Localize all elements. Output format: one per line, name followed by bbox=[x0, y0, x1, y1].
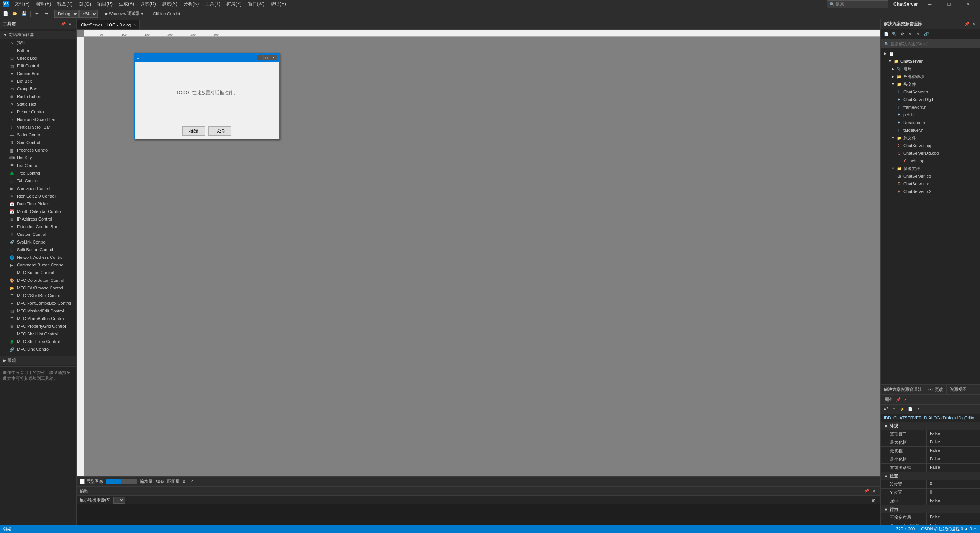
solution-toolbar-btn1[interactable]: 📄 bbox=[882, 30, 890, 38]
toolbox-item-edit[interactable]: ▤ Edit Control bbox=[0, 62, 76, 70]
toolbox-item-progress[interactable]: ▓ Progress Control bbox=[0, 146, 76, 154]
toolbox-item-custom[interactable]: ⚙ Custom Control bbox=[0, 231, 76, 238]
toolbox-item-mfcbtn[interactable]: □ MFC Button Control bbox=[0, 269, 76, 276]
menu-test[interactable]: 测试(S) bbox=[159, 0, 180, 8]
menu-git[interactable]: Git(G) bbox=[75, 1, 94, 8]
toolbox-item-mfceditbrowse[interactable]: 📂 MFC EditBrowse Control bbox=[0, 284, 76, 292]
toolbar-redo-btn[interactable]: ↪ bbox=[42, 10, 50, 18]
editor-tab-dialog[interactable]: ChatServer....LOG - Dialog × bbox=[77, 20, 140, 29]
solution-toolbar-btn5[interactable]: ✎ bbox=[914, 30, 922, 38]
prop-value[interactable]: False bbox=[927, 464, 980, 472]
menu-analyze[interactable]: 分析(N) bbox=[180, 0, 202, 8]
platform-dropdown[interactable]: x64 bbox=[79, 10, 98, 18]
project-root[interactable]: ▼ 📁 ChatServer bbox=[881, 57, 980, 65]
output-clear-btn[interactable]: 🗑 bbox=[869, 496, 877, 504]
prop-value[interactable]: 0 bbox=[927, 480, 980, 488]
window-close-btn[interactable]: × bbox=[959, 0, 977, 8]
toolbox-item-richedit[interactable]: ✎ Rich Edit 2.0 Control bbox=[0, 192, 76, 200]
dialog-maximize-btn[interactable]: □ bbox=[264, 55, 270, 60]
toolbox-item-mfcmenubtn[interactable]: ☰ MFC MenuButton Control bbox=[0, 315, 76, 322]
props-browse-btn[interactable]: ↗ bbox=[914, 405, 922, 413]
dialog-preview[interactable]: # ─ □ × TODO: 在此放置对话框控件。 确定 取消 bbox=[134, 53, 280, 139]
toolbox-item-mfccolor[interactable]: 🎨 MFC ColorButton Control bbox=[0, 276, 76, 284]
solution-search-input[interactable] bbox=[890, 41, 977, 46]
toolbar-run-btn[interactable]: ▶ Windows 调试器 ▾ bbox=[102, 10, 146, 18]
props-section-appearance-header[interactable]: ▼ 外观 bbox=[881, 422, 980, 430]
dialog-minimize-btn[interactable]: ─ bbox=[257, 55, 263, 60]
props-section-position-header[interactable]: ▼ 位置 bbox=[881, 472, 980, 480]
toolbox-item-button[interactable]: □ Button bbox=[0, 47, 76, 54]
solution-close-btn[interactable]: × bbox=[971, 21, 977, 27]
props-section-behavior-header[interactable]: ▼ 行为 bbox=[881, 505, 980, 513]
prop-value[interactable]: False bbox=[927, 447, 980, 455]
toolbox-item-hotkey[interactable]: ⌨ Hot Key bbox=[0, 154, 76, 162]
prop-value[interactable]: False bbox=[927, 513, 980, 522]
menu-help[interactable]: 帮助(H) bbox=[267, 0, 289, 8]
toolbox-item-animation[interactable]: ▶ Animation Control bbox=[0, 185, 76, 192]
prop-value[interactable]: False bbox=[927, 438, 980, 446]
toolbox-section-general-header[interactable]: ▶ 常规 bbox=[0, 356, 76, 365]
tree-item-pchh[interactable]: H pch.h bbox=[881, 111, 980, 119]
toolbox-item-picture[interactable]: ▪ Picture Control bbox=[0, 108, 76, 116]
toolbox-item-hscroll[interactable]: ↔ Horizontal Scroll Bar bbox=[0, 116, 76, 123]
toolbox-item-monthcal[interactable]: 📆 Month Calendar Control bbox=[0, 208, 76, 215]
prop-value[interactable]: False bbox=[927, 455, 980, 463]
toolbox-item-ipaddress[interactable]: ⊞ IP Address Control bbox=[0, 215, 76, 223]
tree-item-pchcpp[interactable]: C pch.cpp bbox=[881, 157, 980, 165]
window-maximize-btn[interactable]: □ bbox=[940, 0, 958, 8]
solution-toolbar-btn6[interactable]: 🔗 bbox=[923, 30, 930, 38]
dialog-editor[interactable]: 50 100 150 200 250 300 # bbox=[77, 30, 880, 476]
toolbox-item-mfcshelllist[interactable]: ☰ MFC ShellList Control bbox=[0, 330, 76, 338]
prop-value[interactable]: 0 bbox=[927, 489, 980, 497]
toolbox-item-splitbtn[interactable]: ⊡ Split Button Control bbox=[0, 246, 76, 253]
panel-tab-solution[interactable]: 解决方案资源管理器 bbox=[881, 385, 925, 394]
menu-edit[interactable]: 编辑(E) bbox=[33, 0, 54, 8]
toolbox-item-mfclink[interactable]: 🔗 MFC Link Control bbox=[0, 345, 76, 353]
toolbox-item-radio[interactable]: ◎ Radio Button bbox=[0, 93, 76, 100]
toolbox-item-slider[interactable]: — Slider Control bbox=[0, 131, 76, 139]
toolbox-close-btn[interactable]: × bbox=[67, 21, 73, 27]
tree-item-headers[interactable]: ▼ 📁 头文件 bbox=[881, 80, 980, 88]
solution-toolbar-btn2[interactable]: 🔍 bbox=[890, 30, 898, 38]
toolbar-open-btn[interactable]: 📂 bbox=[11, 10, 19, 18]
menu-window[interactable]: 窗口(W) bbox=[245, 0, 267, 8]
prop-value[interactable]: False bbox=[927, 522, 980, 525]
toolbox-item-syslink[interactable]: 🔗 SysLink Control bbox=[0, 238, 76, 246]
output-pin-btn[interactable]: 📌 bbox=[864, 488, 870, 494]
menu-view[interactable]: 视图(V) bbox=[54, 0, 75, 8]
toolbox-item-listbox[interactable]: ≡ List Box bbox=[0, 77, 76, 85]
toolbox-item-list[interactable]: ☰ List Control bbox=[0, 162, 76, 169]
panel-tab-resource[interactable]: 资源视图 bbox=[947, 385, 970, 394]
tree-item-chatserverrc2[interactable]: R ChatServer.rc2 bbox=[881, 188, 980, 195]
toolbox-item-extcombo[interactable]: ▾ Extended Combo Box bbox=[0, 223, 76, 231]
output-source-select[interactable] bbox=[113, 497, 125, 504]
tree-item-chatserverdlgh[interactable]: H ChatServerDlg.h bbox=[881, 96, 980, 103]
props-sort-btn[interactable]: AZ bbox=[882, 405, 890, 413]
debug-config-dropdown[interactable]: Debug bbox=[54, 10, 79, 18]
toolbox-item-tab[interactable]: ⊟ Tab Control bbox=[0, 177, 76, 185]
tree-item-chatserverh[interactable]: H ChatServer.h bbox=[881, 88, 980, 96]
toolbox-item-mfcshelltree[interactable]: 🌲 MFC ShellTree Control bbox=[0, 338, 76, 345]
prop-value[interactable]: False bbox=[927, 497, 980, 505]
toolbar-new-btn[interactable]: 📄 bbox=[2, 10, 10, 18]
output-close-btn[interactable]: × bbox=[871, 488, 877, 494]
toolbox-section-dialog-header[interactable]: ▼ 对话框编辑器 bbox=[0, 31, 76, 39]
toolbox-item-tree[interactable]: 🌲 Tree Control bbox=[0, 169, 76, 177]
tree-item-chatserverico[interactable]: 🖼 ChatServer.ico bbox=[881, 172, 980, 180]
toolbox-pin-btn[interactable]: 📌 bbox=[60, 21, 66, 27]
toolbox-item-netaddr[interactable]: 🌐 Network Address Control bbox=[0, 253, 76, 261]
props-pin-btn[interactable]: 📌 bbox=[895, 397, 901, 403]
dialog-cancel-btn[interactable]: 取消 bbox=[208, 126, 231, 136]
toolbox-item-cmdbtn[interactable]: ▶ Command Button Control bbox=[0, 261, 76, 269]
tree-item-references[interactable]: ▶ 📎 引用 bbox=[881, 65, 980, 73]
toolbox-item-mfcvslist[interactable]: ☰ MFC VSListBox Control bbox=[0, 292, 76, 299]
tree-item-frameworkh[interactable]: H framework.h bbox=[881, 103, 980, 111]
prop-value[interactable]: False bbox=[927, 430, 980, 438]
toolbox-item-pointer[interactable]: ↖ 指针 bbox=[0, 39, 76, 47]
tree-item-sourcefiles[interactable]: ▼ 📁 源文件 bbox=[881, 134, 980, 142]
props-close-btn[interactable]: × bbox=[902, 397, 908, 403]
toolbox-item-mfcmaskededit[interactable]: ▤ MFC MaskedEdit Control bbox=[0, 307, 76, 315]
solution-pin-btn[interactable]: 📌 bbox=[964, 21, 970, 27]
toolbox-item-static[interactable]: A Static Text bbox=[0, 100, 76, 108]
tree-item-extdeps[interactable]: ▶ 📂 外部依赖项 bbox=[881, 73, 980, 80]
